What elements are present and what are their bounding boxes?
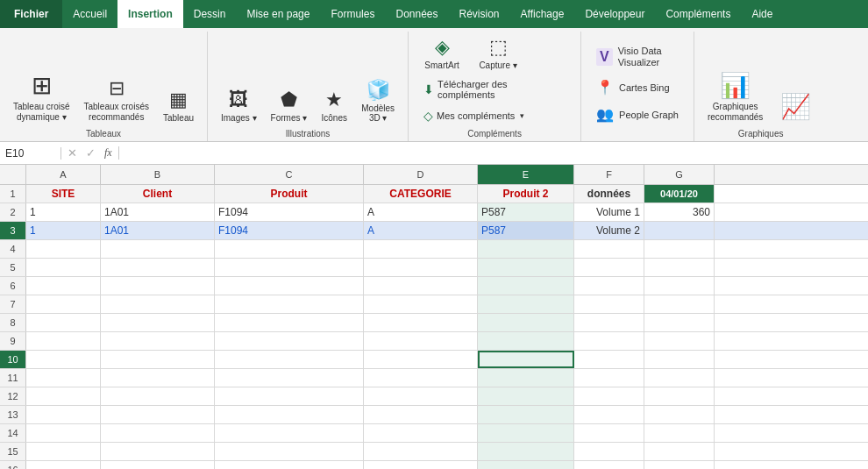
graphiques-label: Graphiquesrecommandés [708,102,763,123]
row-header-3[interactable]: 3 [0,222,26,239]
cell-g3[interactable] [644,222,715,239]
row-header-8[interactable]: 8 [0,314,26,331]
col-header-a[interactable]: A [26,165,101,184]
cell-e3[interactable]: P587 [478,222,574,239]
cell-g2[interactable]: 360 [644,203,715,221]
tab-aide[interactable]: Aide [741,0,783,28]
formula-bar-controls: ✕ ✓ fx [61,146,119,160]
tab-donnees[interactable]: Données [385,0,448,28]
images-label: Images ▾ [221,113,257,123]
modeles3d-button[interactable]: 🧊 Modèles3D ▾ [355,76,401,125]
cell-e2[interactable]: P587 [478,203,574,221]
row-header-11[interactable]: 11 [0,369,26,387]
tab-developpeur[interactable]: Développeur [574,0,655,28]
tableaux-croises-icon: ⊟ [109,77,125,100]
ribbon-content: ⊞ Tableau croisédynamique ▾ ⊟ Tableaux c… [0,28,868,142]
people-graph-button[interactable]: 👥 People Graph [588,103,687,126]
col-header-g[interactable]: G [644,165,715,184]
row-header-9[interactable]: 9 [0,332,26,350]
mes-complements-label: Mes compléments [437,110,515,121]
cell-f2[interactable]: Volume 1 [574,203,644,221]
tableaux-group-label: Tableaux [7,127,200,141]
row-header-12[interactable]: 12 [0,387,26,405]
insert-function-icon[interactable]: fx [102,146,115,160]
tab-revision[interactable]: Révision [449,0,510,28]
row-header-13[interactable]: 13 [0,406,26,423]
graphiques-extra-button[interactable]: 📈 [771,33,820,125]
cell-d1[interactable]: CATEGORIE [364,185,478,203]
row-header-7[interactable]: 7 [0,295,26,313]
row-header-14[interactable]: 14 [0,424,26,442]
name-box[interactable]: E10 [0,147,61,160]
formula-bar: E10 ✕ ✓ fx [0,142,868,165]
corner-cell[interactable] [0,165,26,184]
telecharger-complements-button[interactable]: ⬇ Télécharger des compléments [416,76,573,103]
row-header-15[interactable]: 15 [0,443,26,460]
cell-b3[interactable]: 1A01 [101,222,215,239]
tab-mise-en-page[interactable]: Mise en page [236,0,320,28]
capture-icon: ⬚ [489,36,508,59]
tableaux-croises-recommandes-button[interactable]: ⊟ Tableaux croisésrecommandés [77,75,154,125]
visio-button[interactable]: V Visio DataVisualizer [588,42,670,72]
cartes-bing-button[interactable]: 📍 Cartes Bing [588,75,677,99]
cell-b2[interactable]: 1A01 [101,203,215,221]
cell-c3[interactable]: F1094 [215,222,364,239]
cell-e1[interactable]: Produit 2 [478,185,574,203]
confirm-formula-icon[interactable]: ✓ [83,146,98,160]
smartart-button[interactable]: ◈ SmartArt [416,33,468,73]
cell-a4[interactable] [26,240,101,258]
tab-insertion[interactable]: Insertion [117,0,183,28]
smartart-icon: ◈ [435,36,450,59]
cell-d3[interactable]: A [364,222,478,239]
col-header-f[interactable]: F [574,165,644,184]
cell-f1[interactable]: données [574,185,644,203]
table-row: 10 [0,351,868,369]
graphiques-recommandes-button[interactable]: 📊 Graphiquesrecommandés [701,33,769,125]
graphiques-icon: 📊 [720,71,751,100]
tab-formules[interactable]: Formules [320,0,385,28]
cell-a3[interactable]: 1 [26,222,101,239]
formes-icon: ⬟ [281,89,297,111]
cell-g1[interactable]: 04/01/20 [644,185,715,203]
cell-c2[interactable]: F1094 [215,203,364,221]
row-header-6[interactable]: 6 [0,277,26,295]
row-header-10[interactable]: 10 [0,351,26,368]
cell-a1[interactable]: SITE [26,185,101,203]
table-row: 15 [0,443,868,461]
icones-button[interactable]: ★ Icônes [315,86,353,125]
row-header-4[interactable]: 4 [0,240,26,258]
tableau-label: Tableau [163,113,194,123]
tab-dessin[interactable]: Dessin [183,0,237,28]
col-header-d[interactable]: D [364,165,478,184]
cell-c1[interactable]: Produit [215,185,364,203]
tableau-button[interactable]: ▦ Tableau [157,86,200,125]
ribbon-group-addons: V Visio DataVisualizer 📍 Cartes Bing 👥 P… [581,32,694,141]
cell-a2[interactable]: 1 [26,203,101,221]
cell-d2[interactable]: A [364,203,478,221]
col-header-b[interactable]: B [101,165,215,184]
row-header-2[interactable]: 2 [0,203,26,221]
table-row: 4 [0,240,868,259]
graphiques-items: 📊 Graphiquesrecommandés 📈 [701,33,820,125]
cell-f3[interactable]: Volume 2 [574,222,644,239]
col-header-c[interactable]: C [215,165,364,184]
tab-complements[interactable]: Compléments [655,0,741,28]
tab-accueil[interactable]: Accueil [62,0,117,28]
images-button[interactable]: 🖼 Images ▾ [215,86,263,125]
row-header-1[interactable]: 1 [0,185,26,203]
people-graph-icon: 👥 [596,106,614,123]
tableau-croise-dynamique-button[interactable]: ⊞ Tableau croisédynamique ▾ [7,33,75,125]
row-header-16[interactable]: 16 [0,461,26,469]
cell-b1[interactable]: Client [101,185,215,203]
cancel-formula-icon[interactable]: ✕ [65,146,80,160]
capture-button[interactable]: ⬚ Capture ▾ [472,33,524,73]
formes-button[interactable]: ⬟ Formes ▾ [265,86,314,125]
cartes-bing-label: Cartes Bing [619,82,669,93]
col-header-e[interactable]: E [478,165,574,184]
tab-affichage[interactable]: Affichage [510,0,575,28]
tab-fichier[interactable]: Fichier [0,0,62,28]
row-header-5[interactable]: 5 [0,259,26,276]
mes-complements-button[interactable]: ◇ Mes compléments ▾ [416,106,573,125]
cell-e10[interactable] [478,351,574,368]
cartes-bing-icon: 📍 [596,79,614,96]
